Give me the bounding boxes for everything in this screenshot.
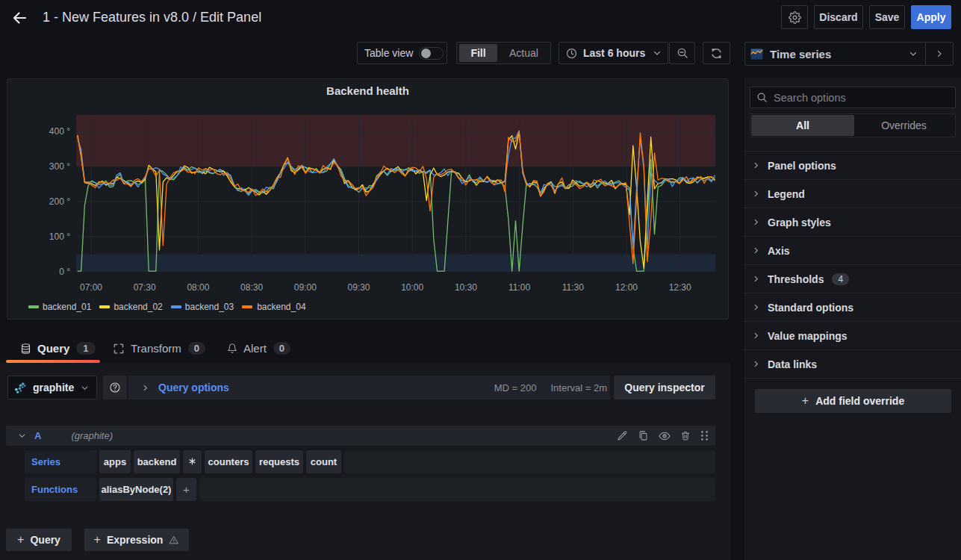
svg-text:200 °: 200 ° <box>49 196 70 207</box>
svg-text:10:00: 10:00 <box>401 282 423 293</box>
svg-text:07:00: 07:00 <box>80 282 102 293</box>
svg-text:100 °: 100 ° <box>49 231 70 242</box>
svg-text:10:30: 10:30 <box>455 282 477 293</box>
svg-text:07:30: 07:30 <box>134 282 156 293</box>
svg-text:08:30: 08:30 <box>240 282 263 293</box>
svg-text:08:00: 08:00 <box>187 282 209 293</box>
svg-text:11:00: 11:00 <box>509 282 530 293</box>
svg-text:12:30: 12:30 <box>669 282 691 293</box>
svg-text:09:30: 09:30 <box>347 282 370 293</box>
svg-text:400 °: 400 ° <box>49 126 70 137</box>
svg-text:0 °: 0 ° <box>59 267 70 277</box>
svg-text:11:30: 11:30 <box>562 282 584 293</box>
svg-text:12:00: 12:00 <box>615 282 638 293</box>
svg-text:300 °: 300 ° <box>49 161 70 172</box>
svg-text:09:00: 09:00 <box>294 282 317 293</box>
